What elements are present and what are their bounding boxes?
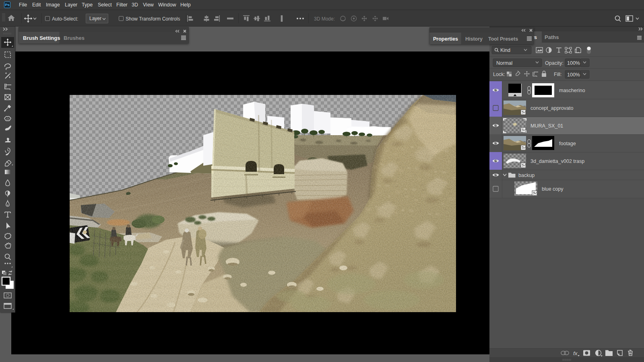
svg-text:Normal: Normal [496,60,512,66]
svg-text:Properties: Properties [433,36,458,42]
svg-text:blue copy: blue copy [542,186,564,192]
svg-text:3d_damietta_v002 trasp: 3d_damietta_v002 trasp [530,158,584,164]
svg-text:Brush Settings: Brush Settings [23,35,60,41]
svg-text:History: History [465,36,483,42]
svg-text:concept_approvato: concept_approvato [530,105,573,111]
svg-text:Lock:: Lock: [493,72,505,77]
svg-text:100%: 100% [567,60,580,66]
svg-text:Brushes: Brushes [64,35,85,41]
svg-text:backup: backup [518,173,535,178]
svg-text:Fill:: Fill: [554,72,561,77]
svg-text:Tool Presets: Tool Presets [488,36,518,42]
svg-text:Kind: Kind [500,47,510,53]
svg-text:mascherino: mascherino [559,88,585,93]
svg-text:Paths: Paths [545,34,559,40]
svg-text:MURA_SX_01: MURA_SX_01 [530,123,563,129]
svg-text:fx: fx [573,350,578,356]
svg-text:100%: 100% [567,72,580,78]
svg-text:Opacity:: Opacity: [545,60,564,66]
svg-text:footage: footage [559,141,576,146]
